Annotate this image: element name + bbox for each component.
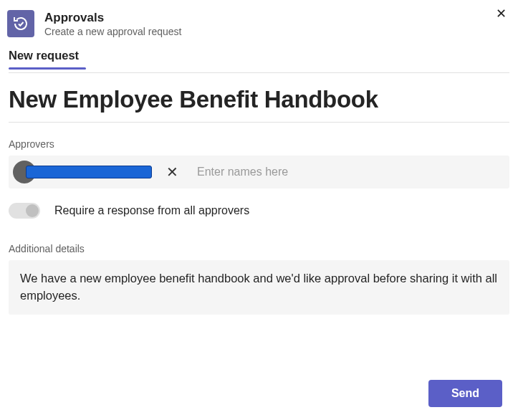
approvers-field[interactable]: ✕: [9, 156, 509, 188]
send-button[interactable]: Send: [428, 380, 502, 407]
header-text: Approvals Create a new approval request: [44, 11, 181, 37]
tab-new-request[interactable]: New request: [9, 49, 79, 67]
dialog-header: Approvals Create a new approval request: [0, 0, 518, 43]
content-area: New Employee Benefit Handbook Approvers …: [0, 86, 518, 315]
divider: [9, 72, 509, 73]
tab-bar: New request: [0, 43, 518, 70]
close-button[interactable]: ✕: [496, 7, 507, 20]
footer: Send: [428, 380, 502, 407]
approver-chip[interactable]: [26, 166, 152, 178]
divider: [9, 122, 509, 123]
approvals-icon: [7, 10, 34, 37]
app-subtitle: Create a new approval request: [44, 26, 181, 37]
additional-details-label: Additional details: [9, 243, 509, 254]
approvers-input[interactable]: [197, 158, 504, 186]
toggle-thumb: [26, 204, 39, 217]
additional-details-input[interactable]: We have a new employee benefit handbook …: [9, 260, 509, 315]
page-title: New Employee Benefit Handbook: [9, 86, 509, 113]
require-response-row: Require a response from all approvers: [9, 203, 509, 219]
require-response-label: Require a response from all approvers: [54, 204, 249, 217]
remove-approver-icon[interactable]: ✕: [166, 165, 178, 179]
approvers-label: Approvers: [9, 138, 509, 150]
tab-underline: [9, 67, 86, 70]
app-title: Approvals: [44, 11, 181, 25]
require-response-toggle[interactable]: [9, 203, 40, 219]
